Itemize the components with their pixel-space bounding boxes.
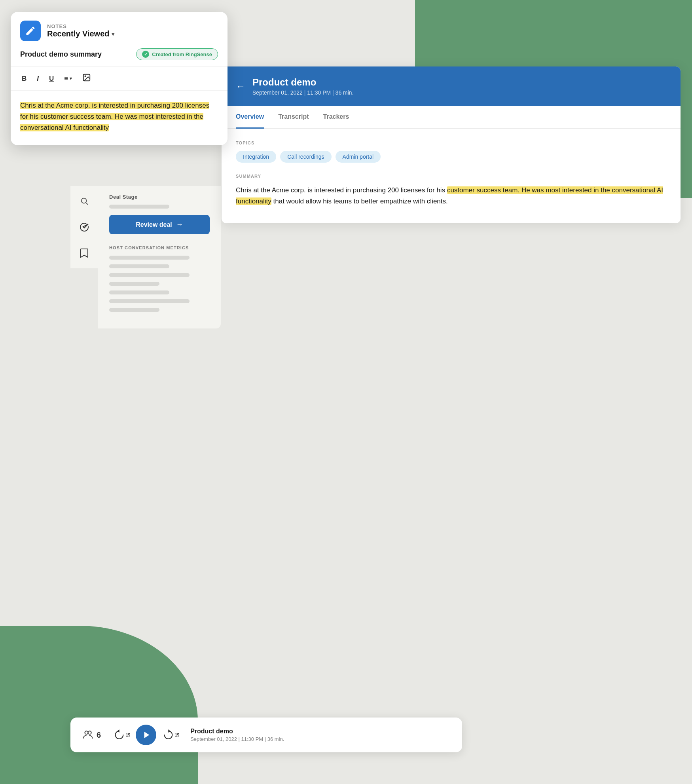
notes-card: NOTES Recently Viewed ▾ Product demo sum…	[11, 12, 228, 145]
back-arrow-icon: ←	[236, 81, 245, 92]
svg-point-1	[85, 76, 86, 77]
host-metrics-label: HOST CONVERSATION METRICS	[109, 245, 210, 250]
notes-dropdown-label: Recently Viewed	[47, 29, 109, 38]
call-header-info: Product demo September 01, 2022 | 11:30 …	[252, 77, 354, 96]
player-title: Product demo	[190, 728, 284, 735]
play-icon	[142, 731, 151, 739]
notes-header: NOTES Recently Viewed ▾	[11, 12, 228, 48]
skip-back-label: 15	[126, 733, 130, 737]
review-deal-button[interactable]: Review deal →	[109, 215, 210, 234]
metric-skeleton-1	[109, 256, 190, 260]
topics-row: Integration Call recordings Admin portal	[236, 151, 666, 163]
player-info: Product demo September 01, 2022 | 11:30 …	[190, 728, 284, 742]
ringsense-badge-label: Created from RingSense	[152, 51, 212, 57]
player-controls: 15 15	[113, 725, 179, 745]
deal-stage-skeleton-1	[109, 205, 169, 209]
sidebar-icon-learn[interactable]	[77, 220, 91, 234]
italic-button[interactable]: I	[35, 74, 40, 84]
call-body: TOPICS Integration Call recordings Admin…	[222, 129, 681, 224]
topic-call-recordings[interactable]: Call recordings	[280, 151, 331, 163]
skip-forward-button[interactable]: 15	[162, 726, 179, 744]
metrics-skeletons	[109, 256, 210, 312]
chevron-down-icon: ▾	[112, 31, 114, 37]
play-button[interactable]	[136, 725, 156, 745]
highlighted-text: Chris at the Acme corp. is interested in…	[20, 102, 209, 131]
summary-label: SUMMARY	[236, 174, 666, 178]
metric-skeleton-5	[109, 290, 169, 294]
player-participants: 6	[82, 729, 101, 740]
crm-main-panel: Deal Stage Review deal → HOST CONVERSATI…	[98, 186, 221, 328]
svg-marker-7	[144, 732, 149, 738]
arrow-icon: →	[176, 220, 183, 229]
notes-content: Chris at the Acme corp. is interested in…	[11, 91, 228, 133]
notes-doc-title: Product demo summary	[20, 50, 102, 59]
call-meta: September 01, 2022 | 11:30 PM | 36 min.	[252, 89, 354, 96]
skip-forward-icon	[162, 727, 175, 743]
topics-label: TOPICS	[236, 140, 666, 145]
notes-icon-wrap	[20, 21, 41, 41]
review-deal-label: Review deal	[136, 221, 172, 228]
tab-transcript[interactable]: Transcript	[278, 106, 309, 129]
metric-skeleton-3	[109, 273, 190, 277]
notes-text: Chris at the Acme corp. is interested in…	[20, 100, 218, 133]
notes-section-label: NOTES	[47, 23, 114, 29]
call-title: Product demo	[252, 77, 354, 88]
svg-marker-4	[83, 224, 88, 228]
bold-button[interactable]: B	[20, 74, 28, 84]
notes-doc-title-row: Product demo summary ✓ Created from Ring…	[11, 48, 228, 67]
svg-point-6	[88, 731, 91, 734]
notes-dropdown[interactable]: Recently Viewed ▾	[47, 29, 114, 38]
player-count: 6	[97, 731, 101, 740]
check-icon: ✓	[142, 51, 149, 58]
align-button[interactable]: ≡ ▾	[63, 74, 74, 84]
tab-overview[interactable]: Overview	[236, 106, 264, 129]
summary-text: Chris at the Acme corp. is interested in…	[236, 185, 666, 208]
topic-integration[interactable]: Integration	[236, 151, 276, 163]
align-chevron-icon: ▾	[70, 76, 72, 81]
player-meta: September 01, 2022 | 11:30 PM | 36 min.	[190, 736, 284, 742]
call-back-button[interactable]: ←	[236, 81, 245, 92]
skip-forward-label: 15	[175, 733, 179, 737]
topic-admin-portal[interactable]: Admin portal	[336, 151, 381, 163]
notes-edit-icon	[25, 25, 36, 36]
call-panel-header: ← Product demo September 01, 2022 | 11:3…	[222, 66, 681, 106]
player-bar: 6 15 15 Product demo September 01, 2022 …	[70, 718, 462, 752]
call-panel: ← Product demo September 01, 2022 | 11:3…	[222, 66, 681, 223]
bg-blob-bottom-left	[0, 626, 198, 784]
metric-skeleton-4	[109, 282, 159, 286]
crm-sidebar	[70, 186, 98, 268]
underline-button[interactable]: U	[47, 74, 55, 84]
deal-stage-label: Deal Stage	[109, 194, 210, 200]
image-icon	[82, 73, 91, 84]
notes-title-wrap: NOTES Recently Viewed ▾	[47, 23, 114, 38]
metric-skeleton-6	[109, 299, 190, 303]
svg-point-2	[81, 198, 86, 203]
svg-line-3	[86, 203, 88, 205]
svg-point-5	[85, 731, 88, 734]
summary-part3: that would allow his teams to better emp…	[271, 197, 448, 205]
tab-trackers[interactable]: Trackers	[323, 106, 349, 129]
metric-skeleton-7	[109, 308, 159, 312]
ringsense-badge: ✓ Created from RingSense	[136, 48, 218, 60]
call-tabs: Overview Transcript Trackers	[222, 106, 681, 129]
skip-back-button[interactable]: 15	[113, 726, 130, 744]
metric-skeleton-2	[109, 264, 169, 268]
sidebar-icon-bookmark[interactable]	[77, 246, 91, 260]
participants-icon	[82, 729, 93, 740]
skip-back-icon	[113, 727, 126, 743]
align-icon: ≡	[64, 75, 68, 83]
notes-toolbar: B I U ≡ ▾	[11, 67, 228, 91]
summary-part1: Chris at the Acme corp. is interested in…	[236, 186, 447, 194]
image-button[interactable]	[81, 72, 93, 85]
sidebar-icon-search[interactable]	[77, 194, 91, 208]
